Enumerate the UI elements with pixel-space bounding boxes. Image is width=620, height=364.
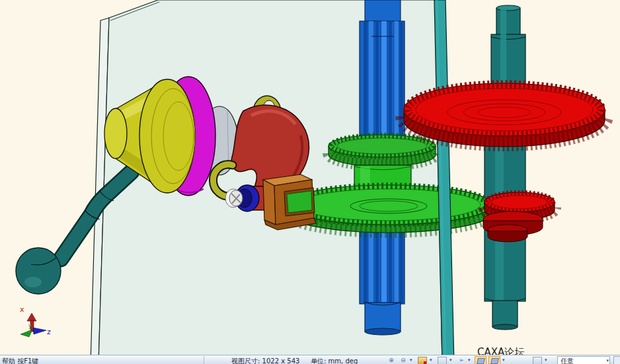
- view-orientation-combo[interactable]: 任意 ▾: [557, 356, 610, 364]
- units-label: 单位: mm, deg: [311, 357, 358, 364]
- zoom-in-icon[interactable]: ⊕: [387, 357, 395, 363]
- status-bar: 帮助 按F1键 视图尺寸: 1022 x 543 单位: mm, deg ⊕ ⊖…: [0, 355, 620, 364]
- view-caret-icon[interactable]: ▾: [502, 357, 505, 363]
- application-window: x y z CAXA论坛 http://top.caxa.com/ 帮助 按F1…: [0, 0, 620, 364]
- zoom-caret-icon[interactable]: ▾: [410, 357, 412, 363]
- display-caret-icon[interactable]: ▾: [430, 357, 432, 363]
- axis-x-label: x: [20, 305, 24, 314]
- statusbar-separator: [204, 356, 204, 364]
- iso-view-button[interactable]: [475, 356, 486, 364]
- render-mode-icon[interactable]: [438, 357, 447, 364]
- shaded-caret-icon[interactable]: ▾: [545, 357, 547, 363]
- combo-caret-icon: ▾: [606, 358, 609, 363]
- large-red-gear[interactable]: [404, 83, 605, 147]
- teal-output-shaft-top[interactable]: [491, 5, 525, 89]
- clipped-control[interactable]: [613, 356, 620, 364]
- large-green-gear[interactable]: [286, 185, 492, 233]
- render-caret-icon[interactable]: ▾: [449, 357, 452, 363]
- dimetric-view-button[interactable]: [488, 356, 500, 364]
- view-size-label: 视图尺寸: 1022 x 543: [231, 357, 299, 364]
- axis-y-label: y: [28, 323, 32, 329]
- 3d-viewport[interactable]: x y z: [0, 0, 620, 364]
- filter-caret-icon[interactable]: ▾: [468, 357, 471, 363]
- select-filter-icon[interactable]: ➢: [457, 357, 465, 363]
- zoom-out-icon[interactable]: ⊖: [399, 357, 407, 363]
- shaded-mode-icon[interactable]: [533, 357, 542, 364]
- lever-ball-knob: [16, 248, 61, 294]
- axis-z-label: z: [47, 328, 51, 336]
- orange-shift-fork[interactable]: [263, 174, 316, 230]
- help-hint: 帮助 按F1键: [2, 357, 38, 364]
- display-config-icon[interactable]: [418, 357, 427, 364]
- fork-collar: [287, 191, 312, 213]
- view-orientation-value: 任意: [561, 357, 574, 364]
